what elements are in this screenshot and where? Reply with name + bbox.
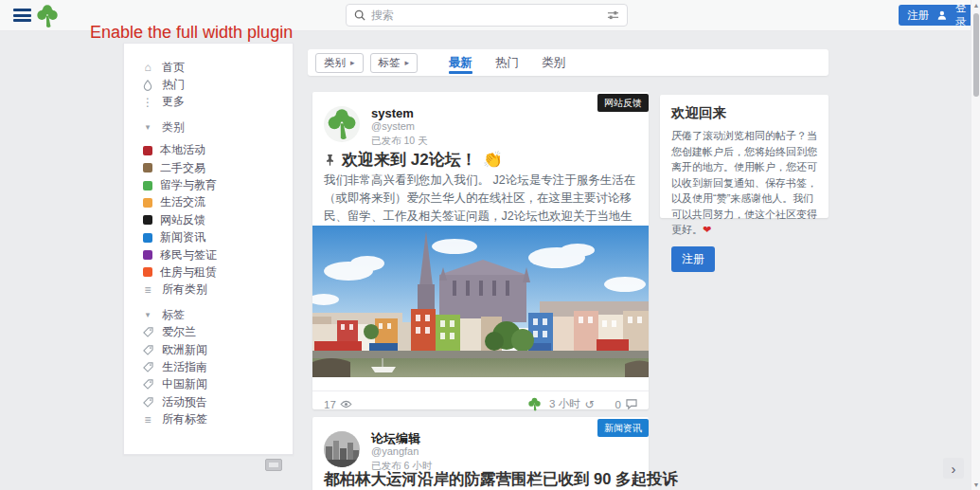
section-label: 标签 <box>162 307 185 323</box>
author-block: 论坛编辑 @yangfan 已发布 6 小时 <box>371 432 432 472</box>
tag-icon <box>141 379 154 390</box>
last-poster-avatar[interactable] <box>527 397 542 411</box>
eye-icon <box>340 400 352 408</box>
category-color-swatch <box>143 215 152 225</box>
category-color-swatch <box>143 250 152 260</box>
scrollbar-thumb[interactable] <box>973 13 979 97</box>
ellipsis-vertical-icon: ⋮ <box>141 96 154 109</box>
sidebar-item-label: 热门 <box>162 77 185 93</box>
category-badge[interactable]: 新闻资讯 <box>597 419 649 437</box>
discussion-card-welcome[interactable]: 网站反馈 system @system 已发布 10 天 欢迎来到 J2论坛！ … <box>312 92 649 409</box>
sidebar-category-secondhand[interactable]: 二手交易 <box>141 159 293 176</box>
sidebar-item-label: 首页 <box>162 60 185 76</box>
flame-icon <box>141 80 154 91</box>
scroll-down-arrow-icon[interactable]: ▼ <box>971 481 980 488</box>
search-icon <box>354 9 365 21</box>
sidebar-category-immigration[interactable]: 移民与签证 <box>141 246 293 263</box>
dropdown-label: 类别 <box>324 56 346 70</box>
sidebar-tag-life-guide[interactable]: 生活指南 <box>141 358 293 375</box>
tag-icon <box>141 345 154 355</box>
home-icon: ⌂ <box>141 61 154 74</box>
search-filter-sliders-icon[interactable] <box>607 9 619 21</box>
sidebar-item-hot[interactable]: 热门 <box>141 76 293 93</box>
sort-tabs: 最新 热门 类别 <box>437 49 577 76</box>
annotation-text: Enable the full width plugin <box>90 23 293 43</box>
caret-right-icon: ▸ <box>350 58 355 67</box>
sidebar-tag-china-news[interactable]: 中国新闻 <box>141 376 293 393</box>
category-label: 移民与签证 <box>160 247 217 263</box>
sidebar-all-categories[interactable]: ≡ 所有类别 <box>141 281 293 299</box>
tag-label: 欧洲新闻 <box>162 342 207 358</box>
welcome-body-text: 厌倦了滚动浏览相同的帖子？当您创建帐户后，您将始终回到您离开的地方。使用帐户，您… <box>671 130 817 235</box>
chevron-right-icon: › <box>952 461 956 477</box>
sidebar-category-site-feedback[interactable]: 网站反馈 <box>141 211 293 228</box>
view-count: 17 <box>324 399 352 410</box>
dropdown-label: 标签 <box>379 56 401 70</box>
view-count-value: 17 <box>324 399 336 410</box>
comment-bubble-icon <box>626 399 637 409</box>
hamburger-menu-icon[interactable] <box>13 9 31 23</box>
image-placeholder-icon[interactable] <box>265 459 282 471</box>
sidebar-category-housing[interactable]: 住房与租赁 <box>141 263 293 281</box>
tags-section-header[interactable]: ▾ 标签 <box>141 306 293 323</box>
cobh-harbor-photo[interactable] <box>312 226 649 377</box>
tag-label: 中国新闻 <box>162 376 207 392</box>
sidebar-item-label: 更多 <box>162 94 185 110</box>
chevron-down-icon: ▾ <box>141 310 154 319</box>
discussion-title[interactable]: 欢迎来到 J2论坛！ 👏 <box>324 149 637 171</box>
sidebar-item-home[interactable]: ⌂ 首页 <box>141 59 293 76</box>
sidebar-all-tags[interactable]: ≡ 所有标签 <box>141 410 293 427</box>
sidebar-category-local-events[interactable]: 本地活动 <box>141 142 293 159</box>
sidebar-category-education[interactable]: 留学与教育 <box>141 176 293 193</box>
category-color-swatch <box>143 181 152 191</box>
welcome-signup-button[interactable]: 注册 <box>671 246 715 272</box>
category-color-swatch <box>143 163 152 172</box>
tag-label: 活动预告 <box>162 394 207 410</box>
tag-label: 爱尔兰 <box>162 324 196 340</box>
welcome-widget: 欢迎回来 厌倦了滚动浏览相同的帖子？当您创建帐户后，您将始终回到您离开的地方。使… <box>660 95 829 218</box>
category-label: 网站反馈 <box>160 212 205 228</box>
discussion-card-dublin-news[interactable]: 新闻资讯 论坛编辑 @yangfan 已发布 6 小时 都柏林大运河沿岸的防露营… <box>312 417 649 490</box>
published-time: 已发布 10 天 <box>371 135 428 147</box>
avatar[interactable] <box>324 106 360 142</box>
heart-icon: ❤ <box>703 224 711 235</box>
forum-logo-shamrock[interactable] <box>36 4 59 27</box>
tag-label: 生活指南 <box>162 359 207 375</box>
sidebar-category-news[interactable]: 新闻资讯 <box>141 229 293 246</box>
search-input[interactable] <box>371 9 607 22</box>
sidebar-tag-ireland[interactable]: 爱尔兰 <box>141 323 293 340</box>
comment-count-value[interactable]: 0 <box>615 399 621 410</box>
shamrock-icon <box>527 397 542 411</box>
tab-hot[interactable]: 热门 <box>484 49 530 76</box>
user-icon <box>937 10 947 20</box>
tag-dropdown-button[interactable]: 标签 ▸ <box>370 53 419 73</box>
tab-categories[interactable]: 类别 <box>530 49 577 76</box>
next-page-button[interactable]: › <box>943 458 964 479</box>
sidebar-tag-event-preview[interactable]: 活动预告 <box>141 393 293 410</box>
section-label: 类别 <box>162 119 185 136</box>
city-avatar-image <box>324 431 360 467</box>
page-scrollbar[interactable]: ▲ ▼ <box>971 0 980 490</box>
title-text: 欢迎来到 J2论坛！ <box>342 149 477 171</box>
category-badge[interactable]: 网站反馈 <box>597 94 649 112</box>
welcome-title: 欢迎回来 <box>671 104 817 122</box>
last-activity-time: 3 小时 <box>549 397 580 411</box>
category-dropdown-button[interactable]: 类别 ▸ <box>315 53 364 73</box>
author-name[interactable]: 论坛编辑 <box>371 432 432 445</box>
welcome-text: 厌倦了滚动浏览相同的帖子？当您创建帐户后，您将始终回到您离开的地方。使用帐户，您… <box>671 128 817 238</box>
login-label: 登录 <box>951 1 971 29</box>
pin-icon <box>324 154 336 166</box>
sidebar-category-life[interactable]: 生活交流 <box>141 194 293 211</box>
category-label: 二手交易 <box>160 160 205 176</box>
sidebar-tag-europe-news[interactable]: 欧洲新闻 <box>141 341 293 358</box>
tab-latest[interactable]: 最新 <box>437 49 484 76</box>
history-icon: ↺ <box>585 398 595 411</box>
author-block: system @system 已发布 10 天 <box>371 107 428 147</box>
avatar[interactable] <box>324 431 360 467</box>
discussion-title[interactable]: 都柏林大运河沿岸的防露营围栏已收到 90 多起投诉 <box>324 469 637 490</box>
scroll-up-arrow-icon[interactable]: ▲ <box>971 2 980 9</box>
author-name[interactable]: system <box>371 107 428 119</box>
categories-section-header[interactable]: ▾ 类别 <box>141 118 293 136</box>
tag-icon <box>141 327 154 337</box>
sidebar-item-more[interactable]: ⋮ 更多 <box>141 94 293 111</box>
